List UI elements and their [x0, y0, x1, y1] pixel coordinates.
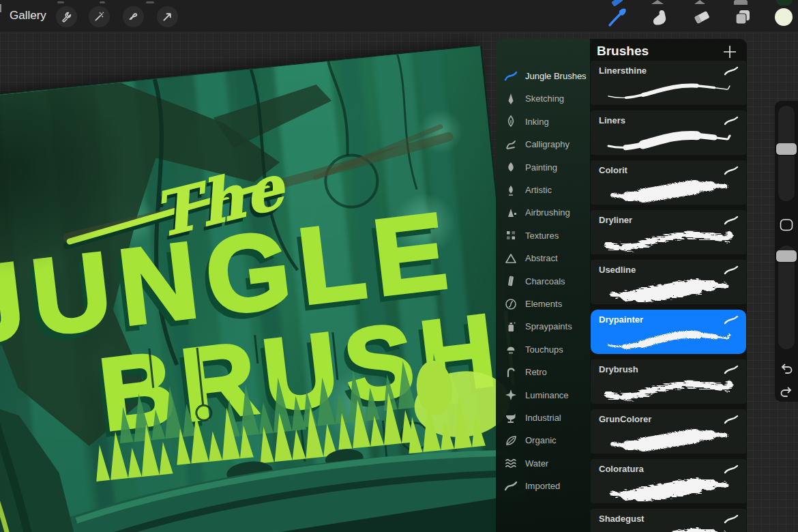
brush-stroke-preview	[599, 225, 738, 252]
sidebar-item-textures[interactable]: Textures	[496, 224, 590, 247]
paint-brush-icon	[607, 7, 627, 27]
layers-button[interactable]	[731, 5, 754, 29]
brush-item-usedline[interactable]: Usedline	[591, 260, 746, 304]
brush-signature-icon	[723, 365, 739, 374]
clipped-icon-artifact	[0, 4, 1, 12]
sidebar-item-jungle-brushes[interactable]: Jungle Brushes	[496, 65, 590, 87]
imported-swoosh-icon	[504, 479, 518, 493]
brush-signature-icon	[723, 415, 739, 424]
sidebar-item-painting[interactable]: Painting	[496, 156, 590, 179]
layers-icon	[733, 8, 752, 27]
spray-can-icon	[504, 320, 518, 334]
sidebar-item-industrial[interactable]: Industrial	[496, 407, 590, 429]
brush-size-thumb[interactable]	[776, 143, 797, 155]
eraser-tool-button[interactable]	[690, 5, 713, 29]
side-control-bar	[775, 101, 798, 402]
sidebar-item-touchups[interactable]: Touchups	[496, 338, 590, 361]
add-brush-button[interactable]	[721, 43, 739, 61]
canvas-vignette	[0, 46, 547, 532]
brush-item-drybrush[interactable]: Drybrush	[591, 359, 746, 404]
smudge-tool-button[interactable]	[648, 5, 671, 29]
brush-item-dryliner[interactable]: Dryliner	[591, 210, 746, 254]
color-button[interactable]	[772, 5, 795, 29]
pen-nib-icon	[504, 115, 518, 128]
sidebar-item-imported[interactable]: Imported	[496, 475, 590, 497]
sidebar-item-abstract[interactable]: Abstract	[496, 247, 590, 269]
sidebar-item-water[interactable]: Water	[496, 452, 590, 475]
brush-item-linersthine[interactable]: Linersthine	[591, 61, 746, 105]
brush-signature-icon	[723, 514, 739, 524]
brush-swoosh-icon	[504, 70, 518, 83]
clipped-icon-artifact	[100, 1, 105, 3]
brush-stroke-preview	[599, 125, 738, 153]
brush-signature-icon	[723, 464, 739, 474]
undo-arrow-icon	[779, 361, 794, 376]
brush-item-drypainter[interactable]: Drypainter	[591, 310, 746, 354]
clipped-icon-artifact	[734, 0, 748, 5]
brush-signature-icon	[723, 166, 739, 175]
drawing-canvas[interactable]: The JUNGLE BRUSHES	[0, 45, 548, 532]
redo-arrow-icon	[779, 385, 794, 400]
clipped-icon-artifact	[57, 1, 64, 3]
brush-stroke-preview	[599, 175, 738, 203]
brush-signature-icon	[723, 216, 739, 225]
adjustments-button[interactable]	[89, 6, 110, 27]
brush-item-liners[interactable]: Liners	[591, 110, 746, 155]
sidebar-item-spraypaints[interactable]: Spraypaints	[496, 315, 590, 338]
gallery-button[interactable]: Gallery	[10, 9, 46, 23]
clipped-icon-artifact	[146, 1, 154, 3]
brush-signature-icon	[723, 66, 739, 76]
brush-signature-icon	[723, 265, 739, 275]
actions-button[interactable]	[56, 6, 77, 27]
brush-item-colorit[interactable]: Colorit	[591, 160, 746, 205]
sidebar-item-inking[interactable]: Inking	[496, 110, 590, 133]
triangle-icon	[504, 252, 518, 265]
brush-stroke-preview	[599, 275, 738, 302]
calligraphy-squiggle-icon	[504, 138, 518, 151]
brush-item-coloratura[interactable]: Coloratura	[591, 459, 746, 503]
sidebar-item-charcoals[interactable]: Charcoals	[496, 270, 590, 293]
sidebar-item-artistic[interactable]: Artistic	[496, 179, 590, 201]
color-swatch-circle	[773, 7, 794, 27]
texture-dots-icon	[504, 228, 518, 242]
top-toolbar: Gallery	[0, 0, 798, 32]
brush-stroke-preview	[599, 374, 738, 402]
wrench-icon	[61, 11, 72, 23]
eraser-icon	[692, 8, 711, 27]
brush-item-shadegust[interactable]: Shadegust	[591, 509, 746, 532]
sidebar-item-luminance[interactable]: Luminance	[496, 384, 590, 407]
brush-signature-icon	[723, 116, 739, 125]
brush-signature-icon	[723, 66, 739, 76]
panel-title: Brushes	[597, 44, 649, 59]
transform-arrow-icon	[162, 11, 173, 23]
undo-button[interactable]	[779, 361, 794, 376]
brush-item-gruncolorer[interactable]: GrunColorer	[591, 409, 746, 454]
sidebar-item-calligraphy[interactable]: Calligraphy	[496, 133, 590, 156]
redo-button[interactable]	[779, 385, 794, 400]
modify-button[interactable]	[779, 218, 794, 232]
magic-wand-icon	[93, 11, 105, 23]
clipped-icon-artifact	[694, 0, 705, 4]
brushes-panel: Brushes Jungle BrushesSketchingInkingCal…	[496, 39, 747, 532]
sidebar-item-sketching[interactable]: Sketching	[496, 87, 590, 110]
retro-curl-icon	[504, 366, 518, 379]
brush-stroke-preview	[599, 424, 738, 452]
smudge-finger-icon	[650, 8, 669, 27]
sidebar-item-organic[interactable]: Organic	[496, 429, 590, 452]
brush-signature-icon	[723, 116, 739, 125]
brush-signature-icon	[723, 216, 739, 225]
artistic-drop-icon	[504, 183, 518, 197]
airbrush-icon	[504, 206, 518, 220]
elements-circle-icon	[504, 297, 518, 311]
sidebar-item-elements[interactable]: Elements	[496, 293, 590, 315]
sidebar-item-airbrushing[interactable]: Airbrushing	[496, 201, 590, 224]
transform-button[interactable]	[157, 6, 178, 27]
selection-button[interactable]	[123, 6, 144, 27]
paint-tool-button[interactable]	[606, 5, 629, 29]
touchup-dome-icon	[504, 342, 518, 356]
brush-signature-icon	[723, 464, 739, 474]
brush-opacity-thumb[interactable]	[776, 250, 797, 262]
anvil-icon	[504, 411, 518, 425]
paint-drop-icon	[504, 160, 518, 174]
sidebar-item-retro[interactable]: Retro	[496, 361, 590, 383]
